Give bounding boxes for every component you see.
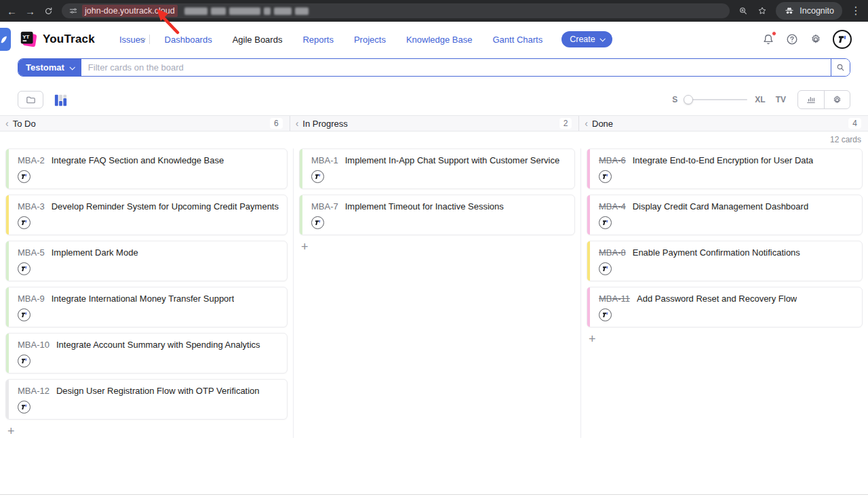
issue-card-mba-8[interactable]: MBA-8Enable Payment Confirmation Notific… [587,241,863,281]
tv-mode-button[interactable]: TV [776,95,786,104]
backlog-folder-icon[interactable] [18,91,43,108]
collapse-column-icon[interactable]: ‹ [5,119,9,128]
issue-title[interactable]: Integrate Account Summary with Spending … [56,340,260,350]
issue-card-mba-2[interactable]: MBA-2Integrate FAQ Section and Knowledge… [5,148,288,189]
issue-id[interactable]: MBA-10 [18,340,50,350]
back-icon[interactable]: ← [7,6,17,16]
help-icon[interactable] [785,33,799,46]
browser-menu-icon[interactable]: ⋮ [850,5,861,16]
issue-id[interactable]: MBA-5 [18,247,45,258]
url-text[interactable]: john-doe.youtrack.cloud [82,5,178,17]
add-card-button[interactable]: + [589,333,599,345]
card-color-strip [6,334,9,373]
issue-id[interactable]: MBA-7 [311,201,338,212]
issue-card-mba-1[interactable]: MBA-1Implement In-App Chat Support with … [299,148,575,189]
search-icon[interactable] [831,59,850,76]
issue-card-mba-4[interactable]: MBA-4Display Credit Card Management Dash… [587,195,863,235]
reload-icon[interactable] [43,6,54,16]
settings-gear-icon[interactable] [809,33,823,46]
board-name: Testomat [26,62,64,73]
site-settings-icon[interactable] [68,6,78,16]
issue-title[interactable]: Implement Timeout for Inactive Sessions [345,201,504,212]
collapse-column-icon[interactable]: ‹ [296,119,299,128]
issue-id[interactable]: MBA-4 [599,201,626,212]
forward-icon[interactable]: → [25,6,35,16]
column-count-badge: 6 [270,118,283,129]
extension-feather-icon[interactable] [0,28,11,51]
issue-id[interactable]: MBA-9 [18,294,45,304]
issue-id[interactable]: MBA-8 [599,247,626,258]
column-name: Done [592,119,613,129]
issue-card-mba-3[interactable]: MBA-3Develop Reminder System for Upcomin… [5,195,288,235]
issue-card-mba-6[interactable]: MBA-6Integrate End-to-End Encryption for… [587,148,863,189]
add-card-button[interactable]: + [301,241,312,253]
issue-id[interactable]: MBA-3 [18,201,45,212]
issue-title[interactable]: Display Credit Card Management Dashboard [633,201,808,212]
assignee-avatar[interactable] [599,216,612,229]
youtrack-logo-icon: YT [19,30,38,49]
assignee-avatar[interactable] [18,308,31,321]
assignee-avatar[interactable] [599,170,612,183]
issue-title[interactable]: Design User Registration Flow with OTP V… [56,386,260,396]
issue-title[interactable]: Enable Payment Confirmation Notification… [633,247,800,258]
assignee-avatar[interactable] [18,355,31,367]
issue-id[interactable]: MBA-6 [599,155,626,165]
column-header-to-do: ‹To Do6 [0,116,290,131]
assignee-avatar[interactable] [18,262,31,275]
board-actions-group [797,90,850,109]
column-headers: ‹To Do6‹In Progress2‹Done4 [0,115,868,132]
zoom-icon[interactable] [738,5,749,16]
issue-id[interactable]: MBA-2 [18,155,45,165]
issue-title[interactable]: Implement Dark Mode [52,247,138,258]
chevron-down-icon [599,36,605,41]
assignee-avatar[interactable] [311,216,324,229]
nav-projects[interactable]: Projects [354,35,386,45]
issue-card-mba-7[interactable]: MBA-7Implement Timeout for Inactive Sess… [299,195,575,235]
assignee-avatar[interactable] [18,170,31,183]
notifications-bell-icon[interactable] [762,33,775,46]
issue-card-mba-12[interactable]: MBA-12Design User Registration Flow with… [5,379,288,420]
create-button[interactable]: Create [561,31,612,47]
add-card-button[interactable]: + [7,425,18,437]
assignee-avatar[interactable] [599,262,612,275]
issue-card-mba-11[interactable]: MBA-11Add Password Reset and Recovery Fl… [587,287,863,327]
nav-knowledge-base[interactable]: Knowledge Base [406,35,473,45]
issue-card-mba-10[interactable]: MBA-10Integrate Account Summary with Spe… [5,333,288,374]
bookmark-star-icon[interactable] [757,5,768,16]
redacted-url-segment [229,7,260,15]
user-avatar[interactable] [833,30,852,49]
issue-title[interactable]: Implement In-App Chat Support with Custo… [345,155,559,165]
issue-title[interactable]: Integrate FAQ Section and Knowledge Base [52,155,224,165]
issue-id[interactable]: MBA-1 [311,155,338,165]
incognito-icon [784,5,795,16]
issue-id[interactable]: MBA-12 [18,386,50,396]
card-color-strip [6,380,9,419]
chart-histogram-icon[interactable] [798,91,824,108]
issue-title[interactable]: Add Password Reset and Recovery Flow [637,294,797,304]
assignee-avatar[interactable] [18,216,31,229]
nav-gantt-charts[interactable]: Gantt Charts [492,35,542,45]
issue-id[interactable]: MBA-11 [599,294,630,304]
nav-reports[interactable]: Reports [302,35,334,45]
nav-dashboards[interactable]: Dashboards [165,35,212,45]
redacted-url-segment [274,7,292,15]
nav-agile-boards[interactable]: Agile Boards [233,35,283,45]
youtrack-logo[interactable]: YT YouTrack [19,30,104,49]
assignee-avatar[interactable] [18,401,31,414]
address-bar[interactable]: john-doe.youtrack.cloud [62,3,730,18]
card-color-strip [6,195,9,235]
issue-title[interactable]: Integrate End-to-End Encryption for User… [633,155,814,165]
issue-title[interactable]: Develop Reminder System for Upcoming Cre… [52,201,279,212]
board-settings-gear-icon[interactable] [824,91,850,108]
issue-title[interactable]: Integrate International Money Transfer S… [52,294,235,304]
collapse-column-icon[interactable]: ‹ [585,119,588,128]
issue-card-mba-9[interactable]: MBA-9Integrate International Money Trans… [5,287,288,327]
card-size-slider[interactable] [685,99,747,100]
assignee-avatar[interactable] [311,170,324,183]
board-selector-button[interactable]: Testomat [18,59,81,76]
issue-card-mba-5[interactable]: MBA-5Implement Dark Mode [5,241,288,281]
board-chart-icon[interactable] [53,92,68,108]
slider-knob[interactable] [684,95,693,104]
filter-cards-input[interactable] [81,59,831,76]
assignee-avatar[interactable] [599,308,612,321]
